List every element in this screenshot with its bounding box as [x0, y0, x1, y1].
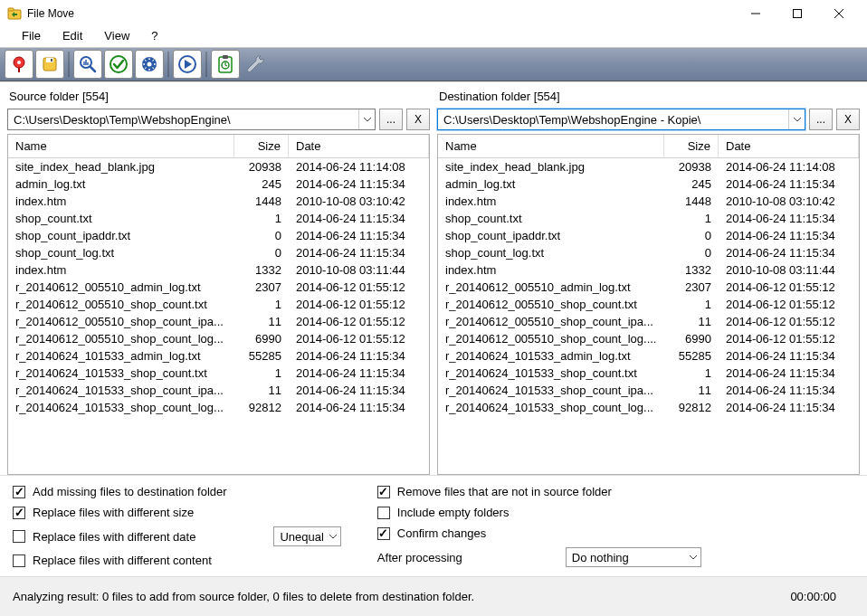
toolbar-gear-icon[interactable] [135, 50, 164, 79]
file-row[interactable]: shop_count_ipaddr.txt02014-06-24 11:15:3… [438, 227, 859, 244]
menu-view[interactable]: View [93, 27, 140, 47]
file-row[interactable]: site_index_head_blank.jpg209382014-06-24… [8, 158, 429, 175]
file-row[interactable]: index.htm14482010-10-08 03:10:42 [438, 193, 859, 210]
svg-line-12 [91, 67, 95, 71]
file-name: index.htm [8, 262, 234, 278]
source-clear-button[interactable]: X [406, 109, 430, 130]
destination-path-combo[interactable] [437, 109, 805, 130]
file-row[interactable]: r_20140612_005510_admin_log.txt23072014-… [8, 279, 429, 296]
chevron-down-icon[interactable] [358, 109, 375, 129]
checkbox-confirm-changes[interactable] [377, 527, 390, 540]
checkbox-remove-not-in-source[interactable] [377, 486, 390, 498]
column-date[interactable]: Date [719, 135, 859, 157]
destination-browse-button[interactable]: ... [809, 109, 833, 130]
file-date: 2014-06-24 11:15:34 [289, 400, 429, 415]
minimize-button[interactable] [735, 0, 776, 27]
file-size: 1 [664, 297, 719, 312]
toolbar-analyze-icon[interactable] [73, 50, 102, 79]
chevron-down-icon [329, 535, 337, 539]
file-name: index.htm [8, 194, 234, 209]
file-row[interactable]: shop_count_ipaddr.txt02014-06-24 11:15:3… [8, 227, 429, 244]
file-row[interactable]: r_20140624_101533_shop_count.txt12014-06… [438, 365, 859, 382]
file-name: shop_count.txt [438, 211, 664, 226]
file-row[interactable]: admin_log.txt2452014-06-24 11:15:34 [438, 175, 859, 193]
file-date: 2014-06-12 01:55:12 [719, 331, 859, 346]
menu-edit[interactable]: Edit [52, 27, 93, 47]
chevron-down-icon[interactable] [788, 109, 805, 129]
source-list-body[interactable]: site_index_head_blank.jpg209382014-06-24… [8, 158, 429, 474]
date-mode-select[interactable]: Unequal [273, 526, 340, 546]
file-row[interactable]: r_20140612_005510_shop_count_log....6990… [438, 330, 859, 347]
destination-path-input[interactable] [438, 113, 788, 127]
file-row[interactable]: shop_count_log.txt02014-06-24 11:15:34 [438, 244, 859, 261]
toolbar-pin-icon[interactable] [5, 50, 33, 79]
file-row[interactable]: r_20140624_101533_shop_count_ipa...11201… [438, 382, 859, 399]
menu-file[interactable]: File [11, 27, 52, 47]
checkbox-replace-size[interactable] [13, 507, 25, 519]
file-row[interactable]: r_20140624_101533_admin_log.txt552852014… [438, 347, 859, 365]
source-panel: Source folder [554] ... X [7, 88, 430, 130]
file-date: 2014-06-24 11:14:08 [719, 159, 859, 175]
toolbar-wrench-icon[interactable] [242, 50, 271, 79]
source-path-input[interactable] [8, 113, 358, 127]
file-size: 1332 [234, 262, 289, 278]
file-date: 2010-10-08 03:10:42 [719, 194, 859, 209]
close-button[interactable] [818, 0, 860, 27]
column-size[interactable]: Size [664, 135, 719, 157]
column-size[interactable]: Size [234, 135, 289, 157]
file-row[interactable]: shop_count.txt12014-06-24 11:15:34 [438, 210, 859, 227]
file-row[interactable]: r_20140624_101533_shop_count_ipa...11201… [8, 382, 429, 399]
toolbar-disk-icon[interactable] [35, 50, 64, 79]
file-row[interactable]: r_20140612_005510_shop_count.txt12014-06… [438, 296, 859, 313]
file-size: 2307 [664, 280, 719, 295]
checkbox-add-missing[interactable] [13, 486, 25, 498]
file-row[interactable]: r_20140612_005510_admin_log.txt23072014-… [438, 279, 859, 296]
destination-clear-button[interactable]: X [836, 109, 860, 130]
file-row[interactable]: r_20140612_005510_shop_count_log...69902… [8, 330, 429, 347]
file-row[interactable]: shop_count_log.txt02014-06-24 11:15:34 [8, 244, 429, 261]
menubar: File Edit View ? [0, 27, 867, 47]
file-row[interactable]: r_20140624_101533_shop_count_log...92812… [438, 399, 859, 416]
file-name: shop_count.txt [8, 211, 234, 226]
file-date: 2014-06-24 11:15:34 [289, 365, 429, 381]
destination-list-body[interactable]: site_index_head_blank.jpg209382014-06-24… [438, 158, 859, 474]
status-time: 00:00:00 [772, 586, 854, 607]
file-date: 2014-06-24 11:15:34 [289, 176, 429, 192]
checkbox-include-empty[interactable] [377, 507, 390, 519]
file-row[interactable]: r_20140624_101533_shop_count_log...92812… [8, 399, 429, 416]
source-browse-button[interactable]: ... [379, 109, 403, 130]
after-processing-select[interactable]: Do nothing [566, 547, 701, 567]
toolbar-play-icon[interactable] [173, 50, 202, 79]
checkbox-replace-content[interactable] [13, 554, 25, 567]
label-remove-not-in-source: Remove files that are not in source fold… [397, 485, 612, 498]
file-row[interactable]: r_20140612_005510_shop_count.txt12014-06… [8, 296, 429, 313]
file-row[interactable]: shop_count.txt12014-06-24 11:15:34 [8, 210, 429, 227]
svg-rect-3 [794, 10, 802, 18]
file-row[interactable]: admin_log.txt2452014-06-24 11:15:34 [8, 175, 429, 193]
file-row[interactable]: r_20140612_005510_shop_count_ipa...11201… [438, 313, 859, 330]
file-size: 6990 [234, 331, 289, 346]
file-size: 1332 [664, 262, 719, 278]
file-row[interactable]: site_index_head_blank.jpg209382014-06-24… [438, 158, 859, 175]
maximize-button[interactable] [776, 0, 818, 27]
file-name: site_index_head_blank.jpg [438, 159, 664, 175]
column-name[interactable]: Name [438, 135, 664, 157]
toolbar-clipboard-icon[interactable] [211, 50, 240, 79]
menu-help[interactable]: ? [140, 27, 168, 47]
file-name: r_20140612_005510_shop_count.txt [8, 297, 234, 312]
file-row[interactable]: index.htm13322010-10-08 03:11:44 [438, 261, 859, 279]
destination-list-header: Name Size Date [438, 135, 859, 158]
file-name: r_20140624_101533_shop_count.txt [8, 365, 234, 381]
file-row[interactable]: index.htm14482010-10-08 03:10:42 [8, 193, 429, 210]
toolbar-check-icon[interactable] [104, 50, 133, 79]
file-row[interactable]: r_20140624_101533_admin_log.txt552852014… [8, 347, 429, 365]
source-path-combo[interactable] [7, 109, 376, 130]
column-name[interactable]: Name [8, 135, 234, 157]
checkbox-replace-date[interactable] [13, 530, 25, 543]
file-row[interactable]: r_20140624_101533_shop_count.txt12014-06… [8, 365, 429, 382]
file-name: r_20140612_005510_shop_count_log.... [438, 331, 664, 346]
svg-rect-1 [8, 8, 14, 11]
file-row[interactable]: index.htm13322010-10-08 03:11:44 [8, 261, 429, 279]
column-date[interactable]: Date [289, 135, 429, 157]
file-row[interactable]: r_20140612_005510_shop_count_ipa...11201… [8, 313, 429, 330]
